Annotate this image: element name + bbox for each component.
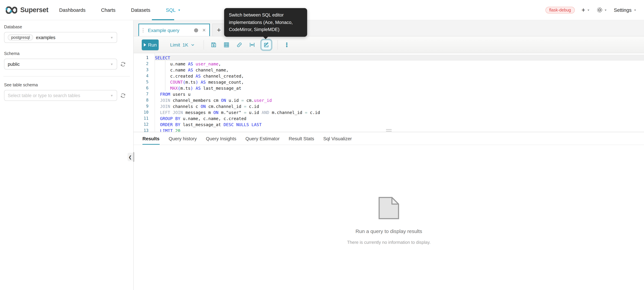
toolbar-divider [203,40,204,49]
results-tab-sql-visualizer[interactable]: Sql Visualizer [323,136,352,145]
nav-item-datasets[interactable]: Datasets [131,7,150,13]
refresh-tables-icon[interactable] [120,93,126,98]
code-line[interactable]: 1SELECT [134,55,644,61]
nav-item-label: Datasets [131,7,150,13]
theme-dropdown[interactable]: ▼ [597,7,607,13]
nav-item-dashboards[interactable]: Dashboards [59,7,86,13]
code-text: LIMIT 20 [155,128,180,132]
line-number: 5 [134,80,148,84]
nav-item-label: SQL [166,7,176,13]
schema-select[interactable]: public ▼ [4,59,117,69]
database-value: examples [36,35,56,40]
database-engine-tag: postgresql [8,34,33,40]
query-tab[interactable]: Example query ✕ [138,23,210,36]
nav-item-label: Charts [101,7,116,13]
tooltip-text: Switch between SQL editor implementation… [229,12,293,32]
code-line[interactable]: 4 c.created AS channel_created, [134,73,644,79]
code-line[interactable]: 8 JOIN channel_members cm ON u.id = cm.u… [134,97,644,103]
line-number: 2 [134,61,148,66]
sql-code-editor[interactable]: 1SELECT2 u.name AS user_name,3 c.name AS… [134,53,644,132]
code-line[interactable]: 9 JOIN channels c ON cm.channel_id = c.i… [134,103,644,109]
code-line[interactable]: 2 u.name AS user_name, [134,61,644,67]
kebab-menu-icon: ••• [286,42,288,47]
estimate-cost-button[interactable] [246,39,258,51]
results-tabs: ResultsQuery historyQuery InsightsQuery … [134,132,644,145]
copy-link-button[interactable] [233,39,246,51]
superset-sql-lab: Superset DashboardsChartsDatasetsSQL▼ fl… [0,0,644,290]
switch-editor-button[interactable] [260,39,272,51]
empty-state-title: Run a query to display results [356,228,422,234]
table-select[interactable]: Select table or type to search tables ▼ [4,90,117,101]
plus-icon: + [217,26,221,34]
nav-item-charts[interactable]: Charts [101,7,116,13]
table-select-placeholder: Select table or type to search tables [8,93,80,98]
settings-label: Settings [614,7,632,13]
new-tab-button[interactable]: + [212,23,226,36]
code-line[interactable]: 3 c.name AS channel_name, [134,67,644,73]
save-query-button[interactable] [207,39,220,51]
table-icon [223,42,229,48]
pane-divider-thumb[interactable] [133,152,134,162]
code-text: ORDER BY last_message_at DESC NULLS LAST [155,122,262,127]
editor-resize-handle[interactable] [386,128,392,131]
unsaved-indicator [194,28,198,32]
query-tab-label: Example query [148,27,192,33]
code-line[interactable]: 10 LEFT JOIN messages m ON m."user" = u.… [134,109,644,115]
results-tab-query-history[interactable]: Query history [168,136,197,145]
superset-infinity-icon [6,6,17,14]
code-line[interactable]: 6 MAX(m.ts) AS last_message_at [134,85,644,91]
schema-label: Schema [4,51,129,56]
render-table-button[interactable] [220,39,233,51]
body-row: Database postgresql examples ▼ Schema pu… [0,20,644,290]
sql-editor-pane: Example query ✕ + Run Limit 1K [134,20,644,290]
nav-item-sql[interactable]: SQL▼ [166,7,181,13]
collapse-sidebar-button[interactable]: ❮ [128,153,133,161]
line-number: 7 [134,92,148,96]
tooltip-arrow [263,36,268,39]
link-icon [236,42,242,48]
toolbar-icons: ••• [207,39,293,51]
settings-menu[interactable]: Settings ▼ [614,7,636,13]
code-text: FROM users u [155,92,190,97]
close-tab-icon[interactable]: ✕ [202,28,206,33]
chevron-down-icon: ▼ [178,8,181,11]
editor-tabstrip: Example query ✕ + [134,20,644,36]
chevron-down-icon: ▼ [110,94,114,97]
brand-name: Superset [20,6,48,14]
results-tab-results[interactable]: Results [142,136,160,145]
code-line[interactable]: 11 GROUP BY u.name, c.name, c.created [134,115,644,121]
navbar: Superset DashboardsChartsDatasetsSQL▼ fl… [0,0,644,20]
row-limit-dropdown[interactable]: Limit 1K [170,42,194,47]
line-number: 10 [134,110,148,115]
results-tab-result-stats[interactable]: Result Stats [288,136,314,145]
code-line[interactable]: 5 COUNT(m.ts) AS message_count, [134,79,644,85]
code-line[interactable]: 12 ORDER BY last_message_at DESC NULLS L… [134,121,644,127]
chevron-down-icon: ▼ [587,8,590,11]
code-text: u.name AS user_name, [155,61,221,66]
database-select[interactable]: postgresql examples ▼ [4,32,117,43]
estimate-width-icon [249,42,255,48]
database-label: Database [4,25,129,29]
chevron-down-icon: ▼ [110,36,114,39]
more-options-button[interactable]: ••• [280,39,293,51]
refresh-schemas-icon[interactable] [120,61,126,67]
limit-label: Limit [170,42,180,47]
drag-handle-icon[interactable] [142,27,144,33]
editor-switch-icon [263,42,269,48]
results-tab-query-insights[interactable]: Query Insights [206,136,236,145]
superset-logo[interactable]: Superset [6,6,48,14]
run-query-button[interactable]: Run [142,39,159,50]
line-number: 13 [134,128,148,132]
environment-badge: flask-debug [546,6,575,13]
new-item-dropdown[interactable]: + ▼ [582,6,590,14]
chevron-down-icon [190,43,194,47]
results-tab-query-estimator[interactable]: Query Estimator [246,136,280,145]
code-text: c.name AS channel_name, [155,67,229,72]
code-text: GROUP BY u.name, c.name, c.created [155,116,246,121]
play-icon [144,43,146,46]
line-number: 9 [134,104,148,109]
code-text: JOIN channel_members cm ON u.id = cm.use… [155,98,272,103]
line-number: 4 [134,73,148,78]
code-line[interactable]: 7 FROM users u [134,91,644,97]
chevron-down-icon: ▼ [110,62,114,66]
